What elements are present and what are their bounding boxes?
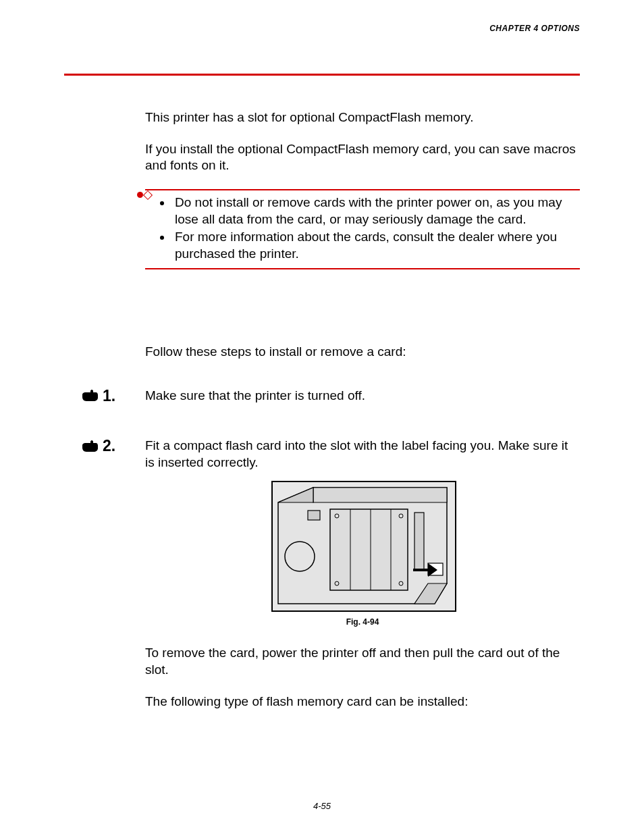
step-2: 2. Fit a compact flash card into the slo… <box>145 438 580 627</box>
printer-illustration <box>271 481 456 612</box>
intro-block: This printer has a slot for optional Com… <box>145 109 580 174</box>
steps-intro-text: Follow these steps to install or remove … <box>145 344 580 361</box>
figure: Fig. 4-94 <box>271 481 454 628</box>
svg-rect-11 <box>414 513 424 570</box>
step-text: Fit a compact flash card into the slot w… <box>145 438 568 469</box>
warning-box: Do not install or remove cards with the … <box>145 189 580 269</box>
svg-marker-1 <box>313 488 447 502</box>
after-block: To remove the card, power the printer of… <box>145 645 580 710</box>
after-p2: The following type of flash memory card … <box>145 694 580 710</box>
step-number: 1. <box>103 386 115 407</box>
after-p1: To remove the card, power the printer of… <box>145 645 580 678</box>
svg-rect-14 <box>308 511 320 520</box>
step-1: 1. Make sure that the printer is turned … <box>145 388 580 405</box>
step-text: Make sure that the printer is turned off… <box>145 388 365 402</box>
step-label: 2. <box>81 436 115 457</box>
intro-p2: If you install the optional CompactFlash… <box>145 141 580 174</box>
pointing-hand-icon <box>81 389 99 402</box>
warning-icon <box>137 189 151 200</box>
steps-intro: Follow these steps to install or remove … <box>145 344 580 361</box>
pointing-hand-icon <box>81 440 99 453</box>
chapter-header: CHAPTER 4 OPTIONS <box>64 24 580 33</box>
warning-bullet: For more information about the cards, co… <box>172 229 580 262</box>
page: CHAPTER 4 OPTIONS This printer has a slo… <box>0 0 644 834</box>
step-label: 1. <box>81 386 115 407</box>
svg-marker-2 <box>278 488 313 502</box>
warning-bullet: Do not install or remove cards with the … <box>172 194 580 228</box>
svg-rect-3 <box>330 509 408 590</box>
page-number: 4-55 <box>0 801 644 811</box>
intro-p1: This printer has a slot for optional Com… <box>145 109 580 126</box>
divider-top <box>64 74 580 76</box>
step-number: 2. <box>103 436 115 457</box>
figure-caption: Fig. 4-94 <box>271 617 454 628</box>
